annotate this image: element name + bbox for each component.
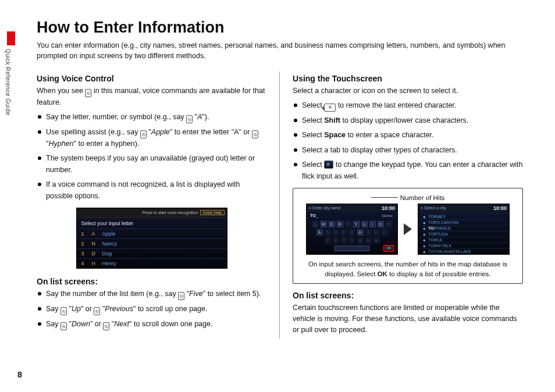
key-c[interactable]: C [341,237,347,244]
text: to scroll up one page. [136,305,207,313]
voice-command: Hyphen [48,140,73,148]
key-a[interactable]: A [316,229,323,236]
key-y[interactable]: Y [353,221,360,227]
key-r[interactable]: R [337,221,343,227]
heading-voice-control: Using Voice Control [37,74,266,83]
key-t[interactable]: T [345,221,351,227]
vc-row[interactable]: 3DDog [77,248,227,258]
bullet: Select Shift to display upper/lower case… [293,115,523,126]
key-o[interactable]: O [378,221,384,227]
key-v[interactable]: V [349,237,355,244]
voice-command: Previous [105,305,133,313]
list-item[interactable]: TORTUGA [418,231,509,237]
text: Select [302,101,324,109]
arrow-right-icon [404,223,412,235]
list-bullets: Say the number of the list item (e.g., s… [37,288,266,330]
intro-text: You can enter information (e.g., city na… [37,40,523,61]
key-s[interactable]: S [325,229,331,236]
key-n[interactable]: N [365,237,372,244]
key-e[interactable]: E [329,221,335,227]
bullet: Select Space to enter a space character. [293,130,523,141]
key-name: Shift [324,116,340,124]
list-item[interactable]: TOWLE [418,237,509,243]
row-num: 4 [81,261,87,266]
vc-message: Press to start voice recognition [142,211,198,215]
voice-command: Down [72,320,90,328]
row-letter: A [92,231,98,237]
voice-icon: ⎋ [252,130,258,138]
voice-icon: ⎋ [61,322,67,330]
entry-text: TO [310,213,316,218]
text: Say [46,320,61,328]
bullet: Use spelling assist (e.g., say ⎋ "Apple"… [37,127,266,149]
key-m[interactable]: M [373,237,380,244]
text: to enter a hyphen). [76,140,139,148]
bullet: Say the number of the list item (e.g., s… [37,288,266,300]
key-z[interactable]: Z [325,237,331,244]
voice-command: A [197,113,202,121]
key-x[interactable]: X [333,237,339,244]
key-b[interactable]: B [357,237,364,244]
left-column: Using Voice Control When you see ⎋ in th… [37,72,280,338]
ok-button[interactable]: OK [383,245,394,252]
callout-label-text: Number of Hits [400,194,445,201]
list-item[interactable]: TOYON-SHASTA LAKE [418,248,509,254]
text: Say [46,305,61,313]
manual-page: Quick Reference Guide How to Enter Infor… [0,0,555,392]
voice-command: Up [72,305,81,313]
key-d[interactable]: D [333,229,339,236]
key-p[interactable]: P [386,221,392,227]
text: to display upper/lower case characters. [340,116,468,124]
text: to enter a space character. [346,131,433,139]
space-key[interactable] [335,245,369,251]
list-item[interactable]: TORRANCE [418,225,509,231]
key-i[interactable]: I [369,221,376,227]
bullet: Say the letter, number, or symbol (e.g.,… [37,112,266,123]
voice-help-button[interactable]: Voice Help [200,210,224,215]
side-tab [7,31,15,45]
key-j[interactable]: J [365,229,372,236]
shot1-bar: ⎋ Enter city name 10:00 [307,204,397,212]
text: to change the keypad type. You can enter… [302,161,522,180]
row-word: Dog [102,251,112,256]
list-item[interactable]: TORMEY [418,213,509,219]
text: or [83,305,94,313]
voice-icon: ⎋ [140,130,147,138]
touch-bullets: Select ✕ to remove the last entered char… [293,100,523,182]
vc-topbar: Press to start voice recognition Voice H… [77,208,227,218]
key-l[interactable]: L [382,229,388,236]
screenshot-city-list: ⎋ Select a city 10:00 TORMEYTORO CANYONT… [418,204,510,255]
key-u[interactable]: U [361,221,368,227]
shot1-title: Enter city name [312,206,341,210]
list-item[interactable]: TOWN TALK [418,243,509,248]
voice-icon: ⎋ [85,89,91,97]
voice-command: Five [189,290,203,298]
vc-row[interactable]: 2NNancy [77,238,227,248]
voice-command: Next [114,320,129,328]
shot2-title: Select a city [424,206,446,210]
touch-intro: Select a character or icon on the screen… [293,85,523,97]
key-f[interactable]: F [341,229,347,236]
key-k[interactable]: K [373,229,380,236]
keypad-icon [324,161,333,169]
key-w[interactable]: W [321,221,327,227]
vc-row[interactable]: 1AApple [77,229,227,238]
callout-box: Number of Hits ⎋ Enter city name 10:00 1… [293,188,523,284]
voice-icon: ⎋ [186,115,193,123]
vc-row[interactable]: 4HHenry [77,258,227,268]
key-g[interactable]: G [349,229,355,236]
row-letter: D [92,251,98,256]
row-letter: N [92,241,98,247]
row-word: Henry [102,261,116,266]
list-item[interactable]: TORO CANYON [418,219,509,225]
key-q[interactable]: Q [312,221,319,227]
row-word: Apple [102,231,116,237]
text: ). [205,113,209,121]
side-label: Quick Reference Guide [5,49,11,115]
voice-intro: When you see ⎋ in this manual, voice com… [37,85,266,108]
bullet: Select ✕ to remove the last entered char… [293,100,523,112]
row-word: Nancy [102,241,118,247]
text: Select [302,131,324,139]
key-h[interactable]: H [357,229,364,236]
callout-note: On input search screens, the number of h… [300,259,515,279]
